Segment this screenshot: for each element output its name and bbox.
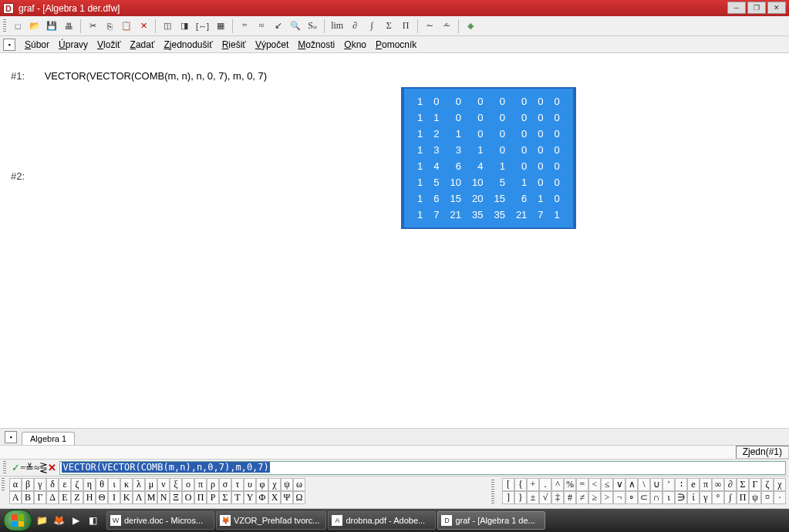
step-button[interactable]: ↙ — [271, 19, 286, 34]
print-button[interactable]: 🖶 — [61, 19, 76, 34]
secant-button[interactable]: ∼ — [422, 19, 437, 34]
op-'[interactable]: ' — [663, 478, 675, 491]
op-Σ[interactable]: Σ — [737, 478, 749, 491]
symbol-grip-2[interactable] — [491, 480, 494, 505]
sym-Ι[interactable]: Ι — [108, 491, 120, 504]
sym-φ[interactable]: φ — [256, 478, 268, 491]
sym-Υ[interactable]: Υ — [244, 491, 256, 504]
sym-Χ[interactable]: Χ — [268, 491, 281, 504]
expr-1[interactable]: VECTOR(VECTOR(COMB(m, n), n, 0, 7), m, 0… — [45, 70, 267, 82]
sym-Λ[interactable]: Λ — [133, 491, 145, 504]
menu-úpravy[interactable]: Úpravy — [54, 39, 93, 50]
sigma-button[interactable]: Σ — [381, 19, 396, 34]
op-∪[interactable]: ∪ — [650, 478, 663, 491]
grid-button[interactable]: ▦ — [213, 19, 228, 34]
input-btn-2[interactable]: ≚ — [25, 462, 34, 473]
sym-ρ[interactable]: ρ — [207, 478, 219, 491]
sym-Ψ[interactable]: Ψ — [281, 491, 293, 504]
op-ψ[interactable]: ψ — [749, 491, 761, 504]
task-item[interactable]: Wderive.doc - Micros... — [106, 511, 214, 530]
sym-Η[interactable]: Η — [83, 491, 96, 504]
paste-button[interactable]: 📋 — [119, 19, 134, 34]
op-∧[interactable]: ∧ — [625, 478, 638, 491]
sub-button[interactable]: Sᵤ — [305, 19, 320, 34]
zoom-button[interactable]: 🔍 — [288, 19, 303, 34]
sym-Ξ[interactable]: Ξ — [170, 491, 182, 504]
op-\[interactable]: \ — [638, 478, 650, 491]
menu-pomocník[interactable]: Pomocník — [371, 39, 421, 50]
sym-Γ[interactable]: Γ — [34, 491, 46, 504]
window1-button[interactable]: ◫ — [160, 19, 175, 34]
op-∋[interactable]: ∋ — [675, 491, 687, 504]
sym-Ω[interactable]: Ω — [293, 491, 305, 504]
op-+[interactable]: + — [527, 478, 539, 491]
sym-μ[interactable]: μ — [145, 478, 157, 491]
sym-Φ[interactable]: Φ — [256, 491, 268, 504]
sym-π[interactable]: π — [194, 478, 207, 491]
equals-button[interactable]: = — [237, 19, 252, 34]
op-‡[interactable]: ‡ — [551, 491, 564, 504]
op-][interactable]: ] — [502, 491, 514, 504]
op-=[interactable]: = — [576, 478, 588, 491]
lim-button[interactable]: lim — [329, 19, 346, 34]
op-[[interactable]: [ — [502, 478, 514, 491]
start-button[interactable] — [3, 510, 32, 531]
sym-τ[interactable]: τ — [231, 478, 244, 491]
op-Γ[interactable]: Γ — [749, 478, 761, 491]
new-button[interactable]: □ — [10, 19, 25, 34]
menu-súbor[interactable]: Súbor — [20, 39, 54, 50]
task-item[interactable]: Dgraf - [Algebra 1 de... — [437, 511, 545, 530]
delete-button[interactable]: ✕ — [136, 19, 151, 34]
op-∨[interactable]: ∨ — [613, 478, 625, 491]
sym-ψ[interactable]: ψ — [281, 478, 293, 491]
task-item[interactable]: 🦊VZOR_Prehľad tvorc... — [216, 511, 326, 530]
result-matrix[interactable]: 1000000011000000121000001331000014641000… — [401, 87, 576, 229]
sym-Ρ[interactable]: Ρ — [207, 491, 219, 504]
op-^[interactable]: ^ — [551, 478, 564, 491]
sym-ω[interactable]: ω — [293, 478, 305, 491]
op-π[interactable]: π — [700, 478, 712, 491]
op-·[interactable]: · — [774, 491, 786, 504]
sym-ν[interactable]: ν — [157, 478, 170, 491]
op-Π[interactable]: Π — [737, 491, 749, 504]
op-.[interactable]: . — [539, 478, 551, 491]
ql-media-icon[interactable]: ▶ — [68, 512, 83, 529]
sym-γ[interactable]: γ — [34, 478, 46, 491]
op-e[interactable]: e — [687, 478, 700, 491]
input-btn-0[interactable]: ✓ — [12, 462, 20, 473]
op-ί[interactable]: ί — [687, 491, 700, 504]
sym-α[interactable]: α — [9, 478, 22, 491]
toolbar-grip[interactable] — [3, 19, 6, 33]
op-#[interactable]: # — [564, 491, 576, 504]
op-∫[interactable]: ∫ — [724, 491, 737, 504]
doc-tab-algebra1[interactable]: Algebra 1 — [22, 432, 75, 445]
input-btn-5[interactable]: ✕ — [48, 462, 56, 473]
menu-control-icon[interactable]: ▪ — [3, 39, 15, 51]
op-ζ[interactable]: ζ — [761, 478, 774, 491]
menu-zadať[interactable]: Zadať — [126, 39, 160, 50]
menu-riešiť[interactable]: Riešiť — [217, 39, 251, 50]
ql-app-icon[interactable]: ◧ — [85, 512, 100, 529]
sym-Α[interactable]: Α — [9, 491, 22, 504]
sym-ι[interactable]: ι — [108, 478, 120, 491]
task-item[interactable]: Adrobna.pdf - Adobe... — [328, 511, 436, 530]
minimize-button[interactable]: ─ — [727, 2, 746, 14]
sym-Ε[interactable]: Ε — [59, 491, 71, 504]
op-∂[interactable]: ∂ — [724, 478, 737, 491]
sym-σ[interactable]: σ — [219, 478, 231, 491]
sym-δ[interactable]: δ — [46, 478, 59, 491]
sym-η[interactable]: η — [83, 478, 96, 491]
op-≥[interactable]: ≥ — [588, 491, 601, 504]
op->[interactable]: > — [601, 491, 613, 504]
open-button[interactable]: 📂 — [27, 19, 42, 34]
sym-Θ[interactable]: Θ — [96, 491, 108, 504]
cut-button[interactable]: ✂ — [85, 19, 100, 34]
op-¤[interactable]: ¤ — [761, 491, 774, 504]
op-%[interactable]: % — [564, 478, 576, 491]
op-∞[interactable]: ∞ — [712, 478, 724, 491]
sym-Τ[interactable]: Τ — [231, 491, 244, 504]
tab-control-icon[interactable]: ▪ — [5, 431, 17, 443]
op-√[interactable]: √ — [539, 491, 551, 504]
sym-Β[interactable]: Β — [22, 491, 34, 504]
op-⊂[interactable]: ⊂ — [638, 491, 650, 504]
